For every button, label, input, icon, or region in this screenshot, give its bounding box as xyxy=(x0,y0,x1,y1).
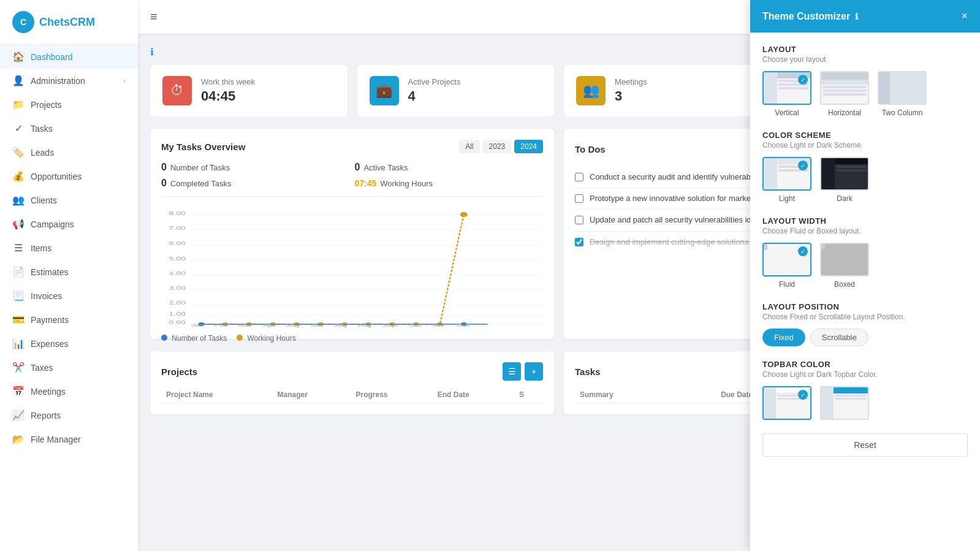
tab-2024[interactable]: 2024 xyxy=(514,140,543,153)
color-scheme-subtitle: Choose Light or Dark Scheme. xyxy=(762,141,968,150)
svg-text:2.00: 2.00 xyxy=(169,300,186,306)
stat-info: Active Projects 4 xyxy=(408,77,461,104)
sidebar-item-tasks[interactable]: ✓ Tasks xyxy=(0,116,138,140)
sidebar-item-expenses[interactable]: 📊 Expenses xyxy=(0,332,138,355)
sidebar-item-payments[interactable]: 💳 Payments xyxy=(0,308,138,332)
sidebar-item-invoices[interactable]: 📃 Invoices xyxy=(0,284,138,308)
svg-text:7.00: 7.00 xyxy=(169,225,186,231)
sidebar-item-file-manager[interactable]: 📂 File Manager xyxy=(0,427,138,451)
layout-option-vertical[interactable]: ✓ xyxy=(762,71,811,117)
sidebar-item-reports[interactable]: 📈 Reports xyxy=(0,403,138,427)
stat-card-work-week: ⏱ Work this week 04:45 xyxy=(150,65,348,116)
svg-text:6.00: 6.00 xyxy=(169,240,186,246)
todo-checkbox-2[interactable] xyxy=(575,194,583,203)
active-tasks-stat: 0 Active Tasks xyxy=(355,162,544,173)
logo[interactable]: C ChetsCRM xyxy=(0,0,138,45)
projects-icon: 📁 xyxy=(12,99,25,110)
projects-add-button[interactable]: + xyxy=(525,362,543,381)
sidebar-item-leads[interactable]: 🏷️ Leads xyxy=(0,140,138,164)
color-scheme-title: COLOR SCHEME xyxy=(762,131,968,140)
tab-all[interactable]: All xyxy=(459,140,479,153)
sidebar-item-taxes[interactable]: ✂️ Taxes xyxy=(0,355,138,379)
sidebar-item-label: Projects xyxy=(31,100,62,110)
theme-title: Theme Customizer xyxy=(762,11,850,22)
expenses-icon: 📊 xyxy=(12,338,25,349)
estimates-icon: 📄 xyxy=(12,266,25,278)
sidebar-item-items[interactable]: ☰ Items xyxy=(0,236,138,260)
tab-group: All 2023 2024 xyxy=(459,140,543,153)
sidebar-item-clients[interactable]: 👥 Clients xyxy=(0,188,138,212)
sidebar-item-label: Payments xyxy=(31,315,69,325)
sidebar-item-label: Tasks xyxy=(31,124,53,134)
stat-info: Meetings 3 xyxy=(615,77,647,104)
svg-text:0.00: 0.00 xyxy=(169,319,186,325)
dark-preview xyxy=(820,157,869,191)
layout-position-subtitle: Choose Fixed or Scrollable Layout Positi… xyxy=(762,313,968,321)
campaigns-icon: 📢 xyxy=(12,218,25,230)
administration-icon: 👤 xyxy=(12,75,25,86)
sidebar-item-campaigns[interactable]: 📢 Campaigns xyxy=(0,212,138,236)
stat-info: Work this week 04:45 xyxy=(201,77,255,104)
position-scrollable-button[interactable]: Scrollable xyxy=(810,329,868,346)
projects-table: Project Name Manager Progress End Date S xyxy=(161,387,543,403)
col-summary: Summary xyxy=(575,387,716,403)
tasks-chart: 8.00 7.00 6.00 5.00 4.00 3.00 2.00 1.00 … xyxy=(161,205,543,328)
col-manager: Manager xyxy=(273,387,351,403)
position-fixed-button[interactable]: Fixed xyxy=(762,329,805,346)
topbar-color-subtitle: Choose Light or Dark Topbar Color. xyxy=(762,370,968,379)
selected-check: ✓ xyxy=(798,75,808,85)
todo-checkbox-1[interactable] xyxy=(575,173,583,181)
sidebar-item-estimates[interactable]: 📄 Estimates xyxy=(0,260,138,284)
stat-label: Meetings xyxy=(615,77,647,86)
sidebar-item-projects[interactable]: 📁 Projects xyxy=(0,93,138,116)
color-scheme-light[interactable]: ✓ Light xyxy=(762,157,811,203)
col-end-date: End Date xyxy=(433,387,514,403)
sidebar-item-opportunities[interactable]: 💰 Opportunities xyxy=(0,164,138,188)
completed-tasks-value: 0 xyxy=(161,178,167,189)
theme-close-button[interactable]: × xyxy=(961,10,968,23)
layout-width-boxed[interactable]: Boxed xyxy=(820,243,869,289)
topbar-light[interactable]: ✓ xyxy=(762,386,811,420)
horizontal-label: Horizontal xyxy=(828,108,861,117)
chevron-right-icon: › xyxy=(123,77,126,85)
table-header-row: Project Name Manager Progress End Date S xyxy=(161,387,543,403)
sidebar-item-meetings[interactable]: 📅 Meetings xyxy=(0,379,138,403)
layout-option-two-column[interactable]: Two Column xyxy=(878,71,927,117)
sidebar-item-dashboard[interactable]: 🏠 Dashboard xyxy=(0,45,138,69)
sidebar-item-label: Invoices xyxy=(31,291,62,301)
svg-text:Mar: Mar xyxy=(238,322,252,327)
menu-toggle-button[interactable]: ≡ xyxy=(150,10,158,24)
legend-tasks-dot xyxy=(161,335,167,341)
sidebar-item-administration[interactable]: 👤 Administration › xyxy=(0,69,138,93)
projects-list-button[interactable]: ☰ xyxy=(503,362,521,381)
layout-width-options: ✓ Fluid xyxy=(762,243,968,289)
svg-text:July: July xyxy=(334,322,348,327)
projects-title: Projects xyxy=(161,367,197,377)
svg-text:Dec: Dec xyxy=(457,322,471,327)
theme-body: LAYOUT Choose your layout ✓ xyxy=(750,32,980,551)
sidebar-item-label: Expenses xyxy=(31,339,68,349)
chart-svg: 8.00 7.00 6.00 5.00 4.00 3.00 2.00 1.00 … xyxy=(161,205,543,328)
taxes-icon: ✂️ xyxy=(12,362,25,373)
layout-option-horizontal[interactable]: Horizontal xyxy=(820,71,869,117)
topbar-dark[interactable] xyxy=(820,386,869,420)
reset-button[interactable]: Reset xyxy=(762,433,968,457)
stat-value: 4 xyxy=(408,88,461,104)
boxed-label: Boxed xyxy=(834,280,855,289)
svg-text:1.00: 1.00 xyxy=(169,311,186,317)
selected-check: ✓ xyxy=(798,161,808,170)
layout-width-fluid[interactable]: ✓ Fluid xyxy=(762,243,811,289)
sidebar-item-label: File Manager xyxy=(31,435,81,444)
payments-icon: 💳 xyxy=(12,314,25,325)
layout-subtitle: Choose your layout xyxy=(762,55,968,64)
todo-checkbox-3[interactable] xyxy=(575,216,583,224)
dashboard-icon: 🏠 xyxy=(12,51,25,63)
todo-checkbox-4[interactable] xyxy=(575,238,583,246)
svg-text:Oct: Oct xyxy=(409,322,421,327)
tab-2023[interactable]: 2023 xyxy=(483,140,512,153)
theme-header: Theme Customizer ℹ × xyxy=(750,0,980,32)
layout-width-section: LAYOUT WIDTH Choose Fluid or Boxed layou… xyxy=(762,216,968,289)
projects-table-container: Project Name Manager Progress End Date S xyxy=(161,387,543,403)
stat-card-meetings: 👥 Meetings 3 xyxy=(564,65,761,116)
color-scheme-dark[interactable]: Dark xyxy=(820,157,869,203)
